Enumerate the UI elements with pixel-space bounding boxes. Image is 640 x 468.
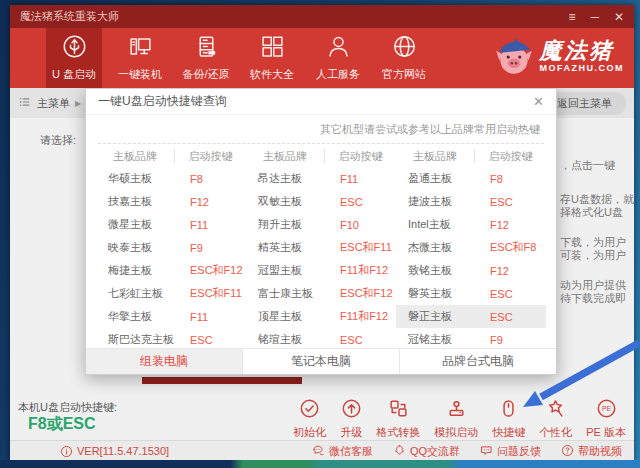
brand-key-pair[interactable]: 杰微主板ESC和F8 [396,236,546,259]
status-links: 微信客服QQ交流群问题反馈帮助视频 [312,444,622,459]
tool-label: 格式转换 [376,425,420,440]
boot-key: F9 [474,334,546,346]
brand-name: 磐英主板 [396,286,474,301]
nav-item-support[interactable]: 人工服务 [310,28,366,88]
desktop-taskbar-strip [0,460,640,468]
tool-label: 模拟启动 [434,425,478,440]
brand-key-pair[interactable]: 双敏主板ESC [246,190,396,213]
brand-name: 盈通主板 [396,171,474,186]
nav-item-software[interactable]: 软件大全 [244,28,300,88]
pig-mascot-icon [493,35,535,77]
brand-key-pair[interactable]: 盈通主板F8 [396,167,546,190]
brand-name: 磐正主板 [396,309,474,324]
brand-key-pair[interactable]: 技嘉主板F12 [96,190,246,213]
nav-item-label: 软件大全 [250,67,294,82]
website-icon [392,34,417,63]
brand-key-pair[interactable]: 梅捷主板ESC和F12 [96,259,246,282]
brand-name: 华擎主板 [96,309,174,324]
brand-key-pair[interactable]: 微星主板F11 [96,213,246,236]
link-feedback[interactable]: 问题反馈 [480,444,541,459]
tool-pe-version[interactable]: PEPE 版本 [586,398,626,440]
info-icon [60,445,73,458]
brand-key-pair[interactable]: 富士康主板ESC和F12 [246,282,396,305]
boot-key: F11和F12 [324,263,396,278]
link-help-video[interactable]: 帮助视频 [561,444,622,459]
tool-initialize[interactable]: 初始化 [293,398,326,440]
tool-label: PE 版本 [586,425,626,440]
convert-icon [388,398,409,423]
close-icon[interactable]: ✕ [614,11,624,23]
link-label: 帮助视频 [578,444,622,459]
breadcrumb-main-menu[interactable]: 主菜单 [37,96,70,111]
brand-name: 映泰主板 [96,240,174,255]
brand-column-header: 主板品牌 [96,149,174,164]
tool-format-convert[interactable]: 格式转换 [376,398,420,440]
boot-key: F11和F12 [324,309,396,324]
tool-hotkey[interactable]: 快捷键 [492,398,525,440]
mouse-icon [498,398,519,423]
brand-key-pair[interactable]: 磐正主板ESC [396,305,546,328]
brand-key-pair[interactable]: 华硕主板F8 [96,167,246,190]
tab-assembled[interactable]: 组装电脑 [86,349,242,374]
link-label: 微信客服 [329,444,373,459]
brand-name: 捷波主板 [396,194,474,209]
menu-icon[interactable]: ≡ [568,11,575,23]
brand-name: 梅捷主板 [96,263,174,278]
dialog-close-icon[interactable]: ✕ [533,95,544,108]
footer-tools: 初始化升级格式转换模拟启动快捷键个性化PEPE 版本 [293,398,626,440]
tab-brand-desktop[interactable]: 品牌台式电脑 [399,349,556,374]
brand-key-pair[interactable]: 致铭主板F12 [396,259,546,282]
boot-key: F12 [474,219,546,231]
other-models-note: 其它机型请尝试或参考以上品牌常用启动热键 [86,115,556,140]
qq-icon [393,444,406,459]
red-accent-bar [142,377,302,384]
local-hotkey-label: 本机U盘启动快捷键: [18,400,117,415]
minimize-icon[interactable]: ─ [590,11,599,23]
main-nav: U 盘启动一键装机备份/还原软件大全人工服务官方网站 魔法猪 MOFAZHU.C… [10,28,634,88]
nav-item-usb-boot[interactable]: U 盘启动 [46,28,102,88]
link-label: 问题反馈 [497,444,541,459]
brand-name: 顶星主板 [246,309,324,324]
table-row: 技嘉主板F12双敏主板ESC捷波主板ESC [96,190,546,213]
boot-key: ESC和F12 [174,263,246,278]
tool-upgrade[interactable]: 升级 [340,398,362,440]
tool-label: 个性化 [539,425,572,440]
brand-key-pair[interactable]: 顶星主板F11和F12 [246,305,396,328]
brand-key-pair[interactable]: 七彩虹主板ESC和F11 [96,282,246,305]
link-wechat-service[interactable]: 微信客服 [312,444,373,459]
hotkey-table-header: 主板品牌启动按键主板品牌启动按键主板品牌启动按键 [96,145,546,167]
nav-item-one-key-install[interactable]: 一键装机 [112,28,168,88]
boot-key: F10 [324,219,396,231]
brand-key-pair[interactable]: 翔升主板F10 [246,213,396,236]
version-text: VER[11.5.47.1530] [77,445,169,457]
tool-personalize[interactable]: 个性化 [539,398,572,440]
tool-simulate-boot[interactable]: 模拟启动 [434,398,478,440]
brand-key-pair[interactable]: 映泰主板F9 [96,236,246,259]
app-window: 魔法猪系统重装大师 ≡ ─ ✕ U 盘启动一键装机备份/还原软件大全人工服务官方… [10,5,634,461]
boot-key: ESC [474,288,546,300]
version-info: VER[11.5.47.1530] [60,445,169,458]
brand-key-pair[interactable]: 捷波主板ESC [396,190,546,213]
brand-key-pair[interactable]: 冠盟主板F11和F12 [246,259,396,282]
usb-icon [62,34,87,63]
link-qq-group[interactable]: QQ交流群 [393,444,460,459]
boot-key: ESC和F11 [324,240,396,255]
tab-laptop[interactable]: 笔记本电脑 [242,349,399,374]
dialog-title: 一键U盘启动快捷键查询 [98,93,227,110]
brand-name: 华硕主板 [96,171,174,186]
status-bar: VER[11.5.47.1530] 微信客服QQ交流群问题反馈帮助视频 [10,440,634,461]
hotkey-table-body: 华硕主板F8昂达主板F11盈通主板F8技嘉主板F12双敏主板ESC捷波主板ESC… [96,167,546,351]
brand-key-pair[interactable]: 昂达主板F11 [246,167,396,190]
brand-key-pair[interactable]: 华擎主板F11 [96,305,246,328]
brand-key-pair[interactable]: Intel主板F12 [396,213,546,236]
brand-key-pair[interactable]: 精英主板ESC和F11 [246,236,396,259]
brand-logo: 魔法猪 MOFAZHU.COM [493,35,625,77]
brand-name: 昂达主板 [246,171,324,186]
boot-key: F9 [174,242,246,254]
nav-item-website[interactable]: 官方网站 [376,28,432,88]
brand-key-pair[interactable]: 磐英主板ESC [396,282,546,305]
brand-column-header: 主板品牌 [246,149,324,164]
brand-name: Intel主板 [396,217,474,232]
table-row: 七彩虹主板ESC和F11富士康主板ESC和F12磐英主板ESC [96,282,546,305]
nav-item-backup-restore[interactable]: 备份/还原 [178,28,234,88]
